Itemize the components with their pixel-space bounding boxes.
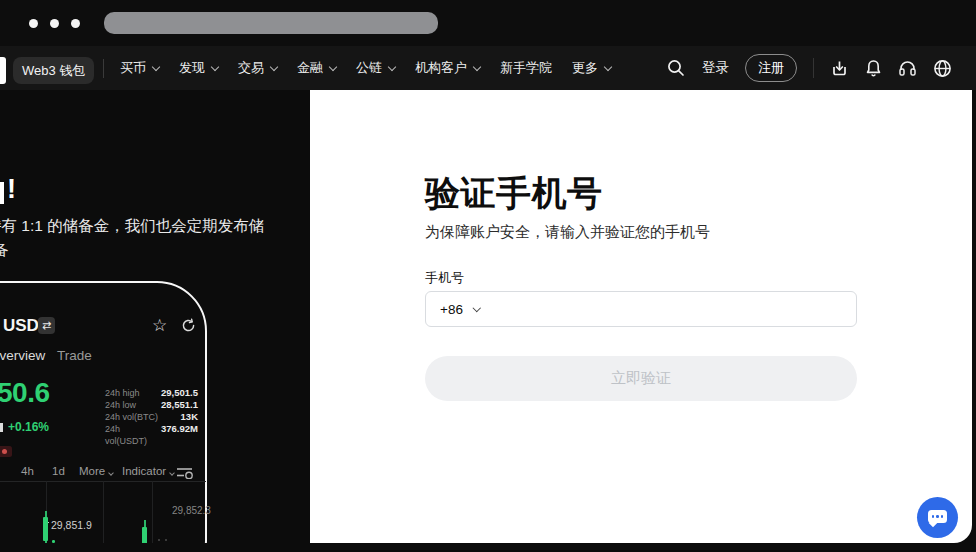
chart-dot — [165, 539, 167, 541]
chat-dot — [941, 515, 944, 518]
nav-item-label: 机构客户 — [415, 59, 467, 77]
stat-value: 29,501.5 — [161, 387, 198, 399]
divider — [103, 59, 104, 78]
axis-label: 29,852.3 — [172, 505, 211, 516]
nav-item-buy-crypto[interactable]: 买币 — [110, 59, 169, 77]
page-title: 验证手机号 — [425, 170, 603, 217]
timeframe-1d[interactable]: 1d — [52, 465, 65, 477]
promo-heading-fragment — [0, 182, 4, 204]
nav-item-label: 新手学院 — [500, 59, 552, 77]
tab-overview: Overview — [0, 348, 45, 363]
chevron-down-icon — [270, 62, 278, 70]
nav-item-trade[interactable]: 交易 — [228, 59, 287, 77]
live-chat-button[interactable] — [917, 497, 958, 538]
chevron-down-icon — [169, 470, 175, 476]
leverage-badge-fragment — [0, 446, 12, 457]
nav-item-label: 公链 — [356, 59, 382, 77]
swap-glyph: ⇄ — [42, 319, 51, 332]
chevron-down-icon — [108, 470, 114, 476]
window-dot[interactable] — [71, 19, 80, 28]
stat-label: 24h vol(BTC) — [105, 411, 158, 423]
nav-item-discover[interactable]: 发现 — [169, 59, 228, 77]
nav-right-cluster: 登录 注册 — [666, 46, 952, 90]
favorite-star-icon: ☆ — [152, 315, 167, 336]
verify-phone-panel: 验证手机号 为保障账户安全，请输入并验证您的手机号 手机号 +86 立即验证 — [310, 90, 972, 543]
phone-number-input[interactable]: +86 — [425, 291, 857, 327]
browser-titlebar — [0, 0, 976, 46]
chart-gridline — [152, 481, 153, 543]
nav-item-finance[interactable]: 金融 — [287, 59, 346, 77]
candle-body — [43, 517, 48, 541]
nav-item-label: 更多 — [572, 59, 598, 77]
axis-label: 29,851.9 — [51, 519, 92, 531]
chevron-down-icon — [152, 62, 160, 70]
swap-pair-icon: ⇄ — [38, 317, 55, 334]
window-dot[interactable] — [50, 19, 59, 28]
stat-value: 376.92M — [161, 423, 198, 435]
chevron-down-icon — [473, 62, 481, 70]
divider — [813, 58, 814, 78]
top-nav: Web3 钱包 买币 发现 交易 金融 公链 机构客户 新手学院 更多 登录 注… — [0, 46, 976, 90]
chart-gridline — [103, 481, 104, 543]
notifications-bell-icon[interactable] — [865, 59, 882, 78]
nav-item-label: 交易 — [238, 59, 264, 77]
nav-item-academy[interactable]: 新手学院 — [490, 59, 562, 77]
stat-row: 24h vol(BTC)13K — [105, 411, 198, 423]
chat-dot — [932, 515, 935, 518]
search-icon[interactable] — [666, 58, 686, 78]
stat-label: 24h vol(USDT) — [105, 423, 161, 435]
stat-row: 24h low28,551.1 — [105, 399, 198, 411]
stat-row: 24h high29,501.5 — [105, 387, 198, 399]
text-fragment — [0, 423, 3, 432]
register-button[interactable]: 注册 — [745, 54, 797, 82]
price-change-percent: +0.16% — [8, 420, 49, 434]
support-headset-icon[interactable] — [898, 60, 917, 77]
timeframe-4h[interactable]: 4h — [21, 465, 34, 477]
page-subtitle: 为保障账户安全，请输入并验证您的手机号 — [425, 223, 710, 242]
chart-dot — [158, 539, 160, 541]
phone-field-label: 手机号 — [425, 269, 464, 287]
download-app-icon[interactable] — [830, 59, 849, 78]
nav-item-label: 买币 — [120, 59, 146, 77]
bottom-edge — [0, 543, 976, 552]
promo-text-line2: 备 — [0, 240, 9, 261]
promo-text-line1: 持有 1:1 的储备金，我们也会定期发布储 — [0, 216, 264, 237]
timeframe-more[interactable]: More — [79, 465, 113, 477]
stat-value: 13K — [181, 411, 198, 423]
nav-item-more[interactable]: 更多 — [562, 59, 621, 77]
more-label: More — [79, 465, 105, 477]
nav-menu: 买币 发现 交易 金融 公链 机构客户 新手学院 更多 — [110, 46, 621, 90]
indicator-button[interactable]: Indicator — [122, 465, 174, 477]
stat-label: 24h high — [105, 387, 140, 399]
stat-label: 24h low — [105, 399, 136, 411]
chat-dot — [936, 515, 939, 518]
verify-now-button[interactable]: 立即验证 — [425, 356, 857, 401]
web3-wallet-tab[interactable]: Web3 钱包 — [13, 57, 94, 84]
tab-trade: Trade — [57, 348, 92, 363]
country-code-select[interactable]: +86 — [440, 302, 463, 317]
window-dot[interactable] — [29, 19, 38, 28]
refresh-icon — [181, 318, 196, 333]
stat-row: 24h vol(USDT)376.92M — [105, 423, 198, 435]
nav-item-label: 发现 — [179, 59, 205, 77]
screen: Web3 钱包 买币 发现 交易 金融 公链 机构客户 新手学院 更多 登录 注… — [0, 0, 976, 552]
nav-item-public-chain[interactable]: 公链 — [346, 59, 405, 77]
stat-value: 28,551.1 — [161, 399, 198, 411]
chevron-down-icon — [329, 62, 337, 70]
chart-settings-icon[interactable] — [176, 467, 194, 479]
market-stats: 24h high29,501.5 24h low28,551.1 24h vol… — [105, 387, 198, 435]
language-globe-icon[interactable] — [933, 59, 952, 78]
chevron-down-icon — [388, 62, 396, 70]
nav-item-institutional[interactable]: 机构客户 — [405, 59, 490, 77]
promo-heading-mark: ! — [7, 174, 16, 205]
price-value: 50.6 — [0, 377, 50, 409]
nav-item-label: 金融 — [297, 59, 323, 77]
login-button[interactable]: 登录 — [702, 59, 729, 77]
badge-dot — [2, 449, 7, 454]
address-bar[interactable] — [104, 12, 438, 34]
logo-fragment — [0, 57, 6, 84]
chevron-down-icon — [473, 304, 481, 312]
chevron-down-icon — [604, 62, 612, 70]
chevron-down-icon — [211, 62, 219, 70]
indicator-label: Indicator — [122, 465, 166, 477]
